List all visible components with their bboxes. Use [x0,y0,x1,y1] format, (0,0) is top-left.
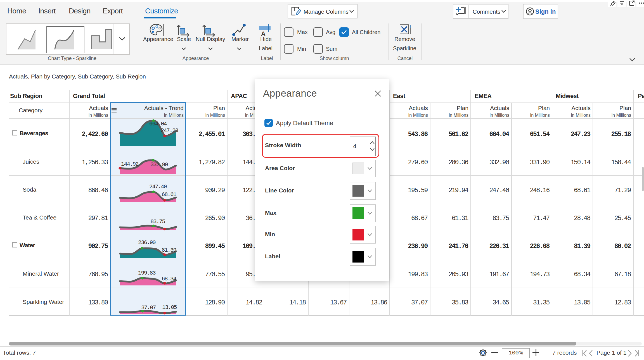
svg-text:144.92: 144.92 [121,161,139,167]
svg-text:664.04: 664.04 [149,121,167,127]
svg-text:236.90: 236.90 [138,239,156,246]
svg-text:247.40: 247.40 [149,183,167,190]
svg-text:83.75: 83.75 [150,218,165,225]
svg-text:199.83: 199.83 [138,270,156,276]
svg-text:37.07: 37.07 [141,304,156,311]
svg-text:81.39: 81.39 [162,247,176,253]
svg-text:332.90: 332.90 [150,161,168,168]
svg-text:68.34: 68.34 [162,276,176,282]
svg-text:68.61: 68.61 [162,191,176,198]
svg-text:247.23: 247.23 [161,127,178,134]
svg-text:13.05: 13.05 [162,304,177,311]
